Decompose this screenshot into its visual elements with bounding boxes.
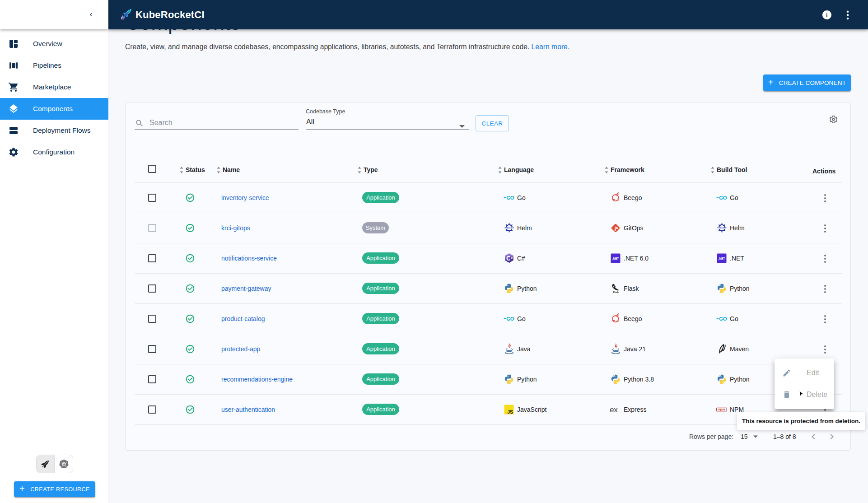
svg-text:JS: JS: [507, 409, 513, 414]
svg-text:.NET: .NET: [612, 256, 619, 260]
svg-text:HELM: HELM: [719, 227, 725, 229]
svg-text:GO: GO: [719, 195, 727, 200]
svg-text:.NET: .NET: [719, 256, 725, 260]
svg-text:GO: GO: [719, 316, 727, 321]
svg-text:npm: npm: [718, 408, 725, 411]
svg-text:ex: ex: [610, 405, 618, 414]
svg-text:HELM: HELM: [506, 227, 512, 229]
svg-text:GO: GO: [506, 316, 514, 321]
svg-text:GO: GO: [506, 195, 514, 200]
svg-text:Flask: Flask: [613, 291, 619, 293]
